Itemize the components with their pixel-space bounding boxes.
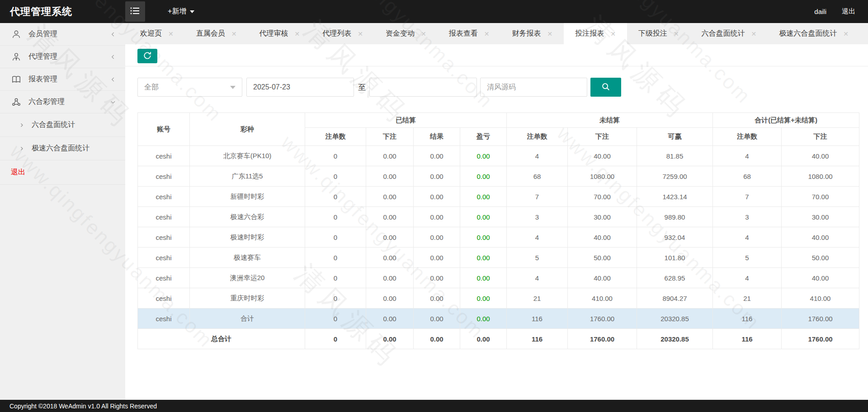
select-caret-icon (230, 86, 236, 89)
topbar-logout-link[interactable]: 退出 (842, 7, 855, 16)
table-cell: ceshi (138, 227, 190, 248)
tab-label: 欢迎页 (140, 29, 162, 38)
type-select[interactable]: 全部 (137, 78, 242, 97)
table-cell: 8904.27 (637, 288, 713, 309)
table-cell: 0.00 (460, 288, 507, 309)
table-cell: ceshi (138, 248, 190, 268)
table-cell: 0.00 (366, 166, 414, 187)
toolbar (125, 44, 868, 66)
tab-item[interactable]: 投注报表✕ (564, 23, 627, 44)
table-cell: 1423.14 (637, 187, 713, 207)
table-cell: 40.00 (782, 268, 859, 288)
table-cell: ceshi (138, 166, 190, 187)
tab-label: 代理列表 (322, 29, 351, 38)
keyword-input[interactable] (480, 78, 587, 97)
menu-toggle-button[interactable] (125, 1, 145, 22)
date-from-input[interactable] (246, 78, 354, 97)
tab-close-icon[interactable]: ✕ (231, 31, 237, 37)
caret-down-icon (190, 10, 194, 13)
tab-close-icon[interactable]: ✕ (168, 31, 174, 37)
tab-label: 直属会员 (196, 29, 225, 38)
column-header: 注单数 (305, 128, 366, 146)
table-cell: 0.00 (414, 268, 460, 288)
sidebar-logout-link[interactable]: 退出 (0, 160, 125, 185)
table-cell: 0.00 (366, 288, 414, 309)
tab-label: 代理审核 (259, 29, 288, 38)
table-cell: 932.04 (637, 227, 713, 248)
table-cell: 0 (305, 268, 366, 288)
table-cell: 4 (713, 268, 782, 288)
tab-item[interactable]: 直属会员✕ (185, 23, 248, 44)
tab-close-icon[interactable]: ✕ (547, 31, 552, 37)
tab-close-icon[interactable]: ✕ (610, 31, 616, 37)
table-cell: 0 (305, 187, 366, 207)
report-icon (11, 74, 22, 85)
arrow-right-icon (19, 122, 24, 128)
sidebar-subitem-mark-six-board-stats[interactable]: 六合盘面统计 (0, 113, 125, 137)
app-title: 代理管理系统 (0, 5, 125, 19)
column-header-account: 账号 (138, 113, 190, 146)
tab-label: 报表查看 (449, 29, 478, 38)
date-to-input[interactable] (369, 78, 477, 97)
add-new-button[interactable]: +新增 (168, 7, 194, 16)
tab-close-icon[interactable]: ✕ (294, 31, 300, 37)
tab-item[interactable]: 报表查看✕ (438, 23, 501, 44)
table-cell: 40.00 (568, 227, 637, 248)
content-area: 全部 至 (125, 44, 868, 400)
tab-close-icon[interactable]: ✕ (674, 31, 679, 37)
column-header: 下注 (568, 128, 637, 146)
search-button[interactable] (590, 78, 621, 97)
page: 代理管理系统 +新增 daili 退出 会员管理代理管理报表管理六合彩管理六合盘… (0, 0, 868, 412)
tab-item[interactable]: 欢迎页✕ (129, 23, 185, 44)
table-cell: 20320.85 (637, 329, 713, 349)
tab-item[interactable]: 代理列表✕ (311, 23, 374, 44)
tab-item[interactable]: 财务报表✕ (500, 23, 564, 44)
copyright-text: Copyright ©2018 WeAdmin v1.0 All Rights … (9, 403, 157, 410)
table-cell: 3 (507, 207, 568, 227)
table-cell: 澳洲幸运20 (190, 268, 305, 288)
table-row: ceshi极速时时彩00.000.000.00440.00932.04440.0… (138, 227, 859, 248)
sidebar-item-report-management[interactable]: 报表管理 (0, 68, 125, 91)
tab-close-icon[interactable]: ✕ (751, 31, 757, 37)
tab-close-icon[interactable]: ✕ (484, 31, 490, 37)
table-cell: 0.00 (414, 288, 460, 309)
tab-label: 财务报表 (512, 29, 541, 38)
table-cell: 70.00 (568, 187, 637, 207)
table-cell: ceshi (138, 207, 190, 227)
tab-item[interactable]: 下级投注✕ (627, 23, 690, 44)
sidebar-item-label: 会员管理 (28, 29, 57, 39)
table-cell: 1760.00 (568, 329, 637, 349)
sidebar-item-label: 报表管理 (28, 75, 57, 84)
sidebar-item-member-management[interactable]: 会员管理 (0, 23, 125, 46)
table-cell: 989.80 (637, 207, 713, 227)
tab-item[interactable]: 六合盘面统计✕ (690, 23, 768, 44)
tab-close-icon[interactable]: ✕ (843, 31, 849, 37)
chevron-left-icon (110, 54, 116, 60)
tab-bar: 欢迎页✕直属会员✕代理审核✕代理列表✕资金变动✕报表查看✕财务报表✕投注报表✕下… (125, 23, 868, 44)
tab-item[interactable]: 极速六合盘面统计✕ (768, 23, 860, 44)
search-icon (601, 82, 611, 93)
hamburger-icon (130, 6, 140, 17)
tab-item[interactable]: 代理审核✕ (248, 23, 311, 44)
tab-close-icon[interactable]: ✕ (358, 31, 363, 37)
table-cell: 7 (713, 187, 782, 207)
refresh-button[interactable] (137, 49, 157, 63)
chevron-down-icon (110, 99, 116, 105)
table-cell: 合计 (190, 309, 305, 329)
table-cell: 116 (507, 309, 568, 329)
tab-item[interactable]: 资金变动✕ (374, 23, 438, 44)
column-header: 注单数 (713, 128, 782, 146)
table-cell: 0.00 (366, 329, 414, 349)
table-cell: 116 (713, 309, 782, 329)
sidebar-item-mark-six-management[interactable]: 六合彩管理 (0, 91, 125, 113)
table-cell: ceshi (138, 187, 190, 207)
sidebar-item-agent-management[interactable]: 代理管理 (0, 46, 125, 68)
tab-close-icon[interactable]: ✕ (421, 31, 426, 37)
table-cell: 北京赛车(PK10) (190, 146, 305, 166)
sidebar-subitem-speed-mark-six-board-stats[interactable]: 极速六合盘面统计 (0, 137, 125, 160)
sidebar-item-label: 六合彩管理 (28, 97, 65, 107)
table-cell: 30.00 (568, 207, 637, 227)
tab-label: 下级投注 (638, 29, 667, 38)
chevron-left-icon (110, 76, 116, 83)
sidebar: 会员管理代理管理报表管理六合彩管理六合盘面统计极速六合盘面统计 退出 (0, 23, 125, 400)
